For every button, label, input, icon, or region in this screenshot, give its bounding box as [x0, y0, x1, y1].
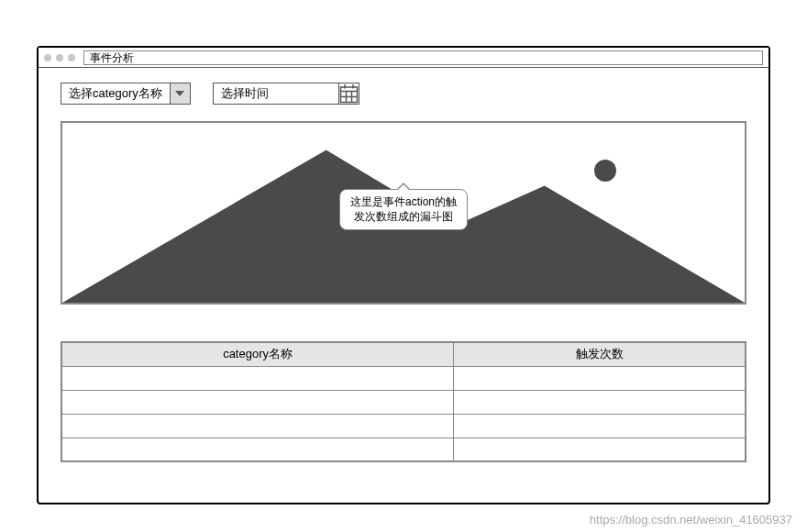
- category-select[interactable]: 选择category名称: [61, 83, 191, 105]
- calendar-icon: [339, 84, 359, 104]
- dropdown-button[interactable]: [170, 83, 190, 104]
- table-header-count: 触发次数: [454, 342, 746, 366]
- table-row: [61, 414, 746, 438]
- category-select-label: 选择category名称: [61, 83, 170, 104]
- data-table: category名称 触发次数: [61, 341, 746, 462]
- table-row: [61, 438, 746, 461]
- window-title: 事件分析: [90, 51, 134, 64]
- table-header-row: category名称 触发次数: [61, 342, 746, 366]
- svg-rect-1: [340, 87, 357, 103]
- content-area: 选择category名称 选择时间: [39, 68, 768, 503]
- controls-row: 选择category名称 选择时间: [61, 83, 746, 105]
- titlebar: 事件分析: [39, 48, 768, 68]
- table-header-category: category名称: [61, 342, 454, 366]
- sun-shape: [594, 160, 616, 182]
- calendar-button[interactable]: [338, 83, 359, 104]
- window-dot: [68, 54, 75, 61]
- app-window: 事件分析 选择category名称 选择时间: [37, 46, 770, 504]
- table-row: [61, 390, 746, 414]
- chart-placeholder: 这里是事件action的触发次数组成的漏斗图: [61, 121, 746, 305]
- window-title-field[interactable]: 事件分析: [83, 50, 763, 65]
- table-body: [61, 366, 746, 461]
- source-url: https://blog.csdn.net/weixin_41605937: [590, 513, 792, 526]
- window-dot: [44, 54, 51, 61]
- table-row: [61, 366, 746, 390]
- window-dot: [56, 54, 63, 61]
- chart-tooltip: 这里是事件action的触发次数组成的漏斗图: [339, 189, 468, 230]
- chevron-down-icon: [175, 89, 184, 98]
- svg-marker-0: [175, 91, 184, 96]
- date-select-label: 选择时间: [214, 83, 338, 104]
- date-select[interactable]: 选择时间: [213, 83, 359, 105]
- chart-tooltip-text: 这里是事件action的触发次数组成的漏斗图: [350, 195, 457, 223]
